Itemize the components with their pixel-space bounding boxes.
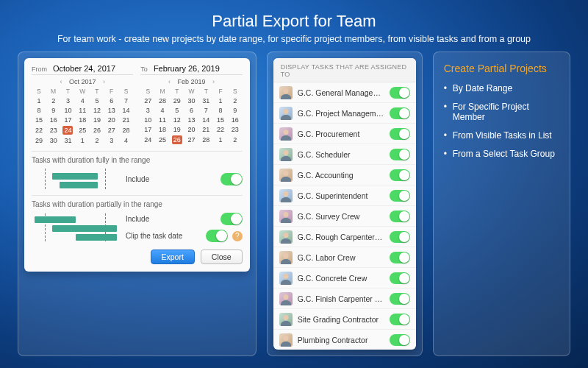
calendar-day[interactable]: 15	[32, 115, 46, 124]
calendar-day[interactable]: 9	[228, 105, 243, 115]
assignee-toggle[interactable]	[390, 272, 410, 284]
assignee-toggle[interactable]	[390, 190, 410, 202]
from-date-value[interactable]: October 24, 2017	[53, 64, 115, 73]
calendar-day[interactable]: 29	[32, 135, 46, 145]
calendar-day[interactable]: 23	[228, 124, 243, 134]
calendar-day[interactable]: 23	[46, 124, 61, 135]
to-calendar[interactable]: ‹ Feb 2019 › SMTWTFS27282930311234567891…	[140, 78, 242, 145]
calendar-day[interactable]: 4	[75, 96, 90, 105]
calendar-day[interactable]: 26	[90, 124, 104, 135]
calendar-day[interactable]: 30	[46, 135, 61, 145]
calendar-day[interactable]: 2	[90, 135, 104, 145]
calendar-day[interactable]: 11	[75, 105, 90, 115]
assignee-toggle[interactable]	[390, 169, 410, 181]
calendar-day[interactable]: 3	[61, 96, 76, 105]
calendar-day[interactable]: 4	[119, 135, 134, 145]
calendar-day[interactable]: 18	[155, 124, 170, 134]
calendar-day[interactable]: 17	[61, 115, 76, 124]
calendar-dow: T	[170, 87, 184, 96]
calendar-day[interactable]: 10	[140, 115, 155, 124]
calendar-day[interactable]: 20	[104, 115, 119, 124]
calendar-day[interactable]: 11	[155, 115, 170, 124]
calendar-day[interactable]: 1	[213, 134, 228, 145]
assignee-toggle[interactable]	[390, 87, 410, 99]
calendar-day[interactable]: 12	[90, 105, 104, 115]
assignee-toggle[interactable]	[390, 128, 410, 140]
assignee-toggle[interactable]	[390, 231, 410, 243]
calendar-day[interactable]: 31	[61, 135, 76, 145]
assignee-toggle[interactable]	[390, 210, 410, 222]
calendar-day[interactable]: 31	[198, 96, 213, 105]
include-fully-toggle[interactable]	[220, 173, 243, 185]
assignee-toggle[interactable]	[390, 314, 410, 325]
calendar-day[interactable]: 25	[155, 134, 170, 145]
clip-task-date-toggle[interactable]	[206, 230, 228, 242]
calendar-day[interactable]: 28	[155, 96, 170, 105]
calendar-day[interactable]: 1	[75, 135, 90, 145]
chevron-left-icon[interactable]: ‹	[166, 78, 173, 85]
assignee-toggle[interactable]	[390, 149, 410, 160]
calendar-day[interactable]: 1	[213, 96, 228, 105]
calendar-day[interactable]: 19	[170, 124, 184, 134]
calendar-day[interactable]: 28	[119, 124, 134, 135]
include-partial-toggle[interactable]	[220, 213, 243, 225]
calendar-day[interactable]: 7	[119, 96, 134, 105]
calendar-day[interactable]: 6	[184, 105, 199, 115]
calendar-day[interactable]: 26	[170, 134, 184, 145]
calendar-day[interactable]: 3	[140, 105, 155, 115]
calendar-day[interactable]: 15	[213, 115, 228, 124]
calendar-day[interactable]: 3	[104, 135, 119, 145]
calendar-day[interactable]: 14	[198, 115, 213, 124]
calendar-day[interactable]: 19	[90, 115, 104, 124]
assignee-toggle[interactable]	[390, 293, 410, 305]
from-calendar[interactable]: ‹ Oct 2017 › SMTWTFS12345678910111213141…	[32, 78, 133, 145]
calendar-day[interactable]: 27	[104, 124, 119, 135]
calendar-day[interactable]: 24	[140, 134, 155, 145]
close-button[interactable]: Close	[201, 250, 243, 264]
calendar-day[interactable]: 22	[213, 124, 228, 134]
to-date-value[interactable]: February 26, 2019	[154, 64, 220, 73]
calendar-day[interactable]: 9	[46, 105, 61, 115]
calendar-day[interactable]: 21	[198, 124, 213, 134]
calendar-day[interactable]: 13	[184, 115, 199, 124]
calendar-day[interactable]: 2	[228, 134, 243, 145]
calendar-day[interactable]: 8	[32, 105, 46, 115]
assignee-toggle[interactable]	[390, 107, 410, 119]
calendar-day[interactable]: 22	[32, 124, 46, 135]
calendar-day[interactable]: 7	[198, 105, 213, 115]
help-icon[interactable]: ?	[232, 231, 243, 241]
avatar	[279, 292, 293, 305]
calendar-day[interactable]: 8	[213, 105, 228, 115]
calendar-day[interactable]: 20	[184, 124, 199, 134]
chevron-right-icon[interactable]: ›	[100, 78, 107, 85]
chevron-right-icon[interactable]: ›	[210, 78, 218, 85]
calendar-day[interactable]: 12	[170, 115, 184, 124]
calendar-day[interactable]: 27	[184, 134, 199, 145]
export-button[interactable]: Export	[151, 250, 195, 264]
calendar-day[interactable]: 18	[75, 115, 90, 124]
calendar-day[interactable]: 5	[90, 96, 104, 105]
calendar-day[interactable]: 29	[170, 96, 184, 105]
calendar-day[interactable]: 4	[155, 105, 170, 115]
calendar-day[interactable]: 21	[119, 115, 134, 124]
calendar-day[interactable]: 5	[170, 105, 184, 115]
calendar-dow: M	[46, 87, 61, 96]
calendar-day[interactable]: 27	[140, 96, 155, 105]
calendar-day[interactable]: 13	[104, 105, 119, 115]
calendar-day[interactable]: 16	[228, 115, 243, 124]
calendar-day[interactable]: 1	[32, 96, 46, 105]
calendar-day[interactable]: 24	[61, 124, 76, 135]
calendar-day[interactable]: 2	[228, 96, 243, 105]
calendar-day[interactable]: 2	[46, 96, 61, 105]
calendar-day[interactable]: 10	[61, 105, 76, 115]
calendar-day[interactable]: 25	[75, 124, 90, 135]
assignee-toggle[interactable]	[390, 334, 410, 346]
calendar-day[interactable]: 14	[119, 105, 134, 115]
calendar-day[interactable]: 17	[140, 124, 155, 134]
calendar-day[interactable]: 30	[184, 96, 199, 105]
calendar-day[interactable]: 16	[46, 115, 61, 124]
assignee-toggle[interactable]	[390, 252, 410, 263]
calendar-day[interactable]: 6	[104, 96, 119, 105]
calendar-day[interactable]: 28	[198, 134, 213, 145]
chevron-left-icon[interactable]: ‹	[57, 78, 65, 85]
